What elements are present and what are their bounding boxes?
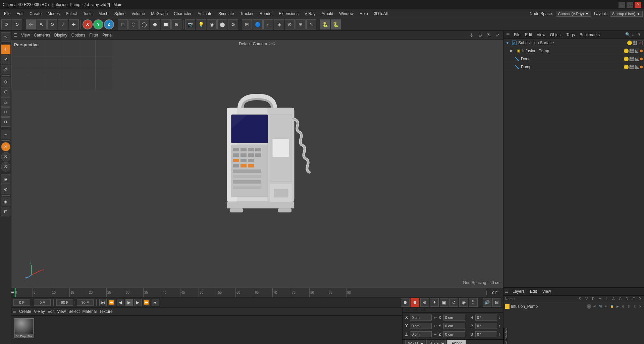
lm-anim-icon[interactable]: ▶ [615, 304, 620, 309]
om-tags[interactable]: Tags [565, 32, 577, 37]
sound-icon[interactable]: 🔊 [483, 298, 491, 307]
minimize-button[interactable]: — [619, 2, 625, 8]
axis-mode-button[interactable]: ⊕ [171, 19, 181, 29]
om-subdiv-expand-icon[interactable]: ▼ [505, 40, 510, 46]
om-door-check1[interactable] [629, 57, 634, 61]
coord-b-input[interactable] [475, 331, 497, 337]
lm-expr-icon[interactable]: E [632, 304, 637, 309]
menu-modes[interactable]: Modes [45, 11, 62, 17]
vt-cameras[interactable]: Cameras [34, 33, 50, 38]
om-pump-check2[interactable] [635, 65, 639, 69]
om-view[interactable]: View [535, 32, 547, 37]
viewport-move-icon[interactable]: ⊹ [468, 31, 475, 39]
material-thumb-0[interactable]: V_Drip_Sta [14, 318, 34, 338]
ls-move-tool[interactable]: ✛ [1, 45, 10, 54]
coord-h-input[interactable] [475, 315, 497, 321]
menu-select[interactable]: Select [63, 11, 79, 17]
om-row-door[interactable]: Door [503, 55, 644, 63]
timeline[interactable]: ☰ 0 5 10 15 20 25 30 35 40 45 50 55 60 6… [11, 288, 503, 297]
tools2-button[interactable]: ⊛ [285, 19, 295, 29]
mat-select[interactable]: Select [68, 309, 79, 314]
close-button[interactable]: ✕ [635, 2, 641, 8]
vt-panel[interactable]: Panel [102, 33, 113, 38]
menu-mograph[interactable]: MoGraph [148, 11, 170, 17]
loop-icon[interactable]: ↺ [449, 298, 458, 307]
timeline2-icon[interactable]: ⠿ [469, 298, 478, 307]
lm-visible-icon[interactable]: 👁 [592, 304, 597, 309]
settings-button[interactable]: ⚙ [228, 19, 238, 29]
undo-button[interactable]: ↺ [1, 19, 11, 29]
vt-options[interactable]: Options [71, 33, 85, 38]
node-space-dropdown[interactable]: Current (V-Ray) ▼ [556, 11, 591, 17]
auto-key-icon[interactable]: ⊕ [420, 298, 429, 307]
axis-y-button[interactable]: Y [93, 19, 103, 29]
viewport[interactable]: Perspective Default Camera ⚙⚙ X Y Z Grid… [11, 40, 503, 288]
axis-z-button[interactable]: Z [104, 19, 114, 29]
om-search-icon[interactable]: 🔍 [625, 32, 631, 38]
ls-rotate-tool[interactable]: ↻ [1, 65, 10, 74]
select-tool-button[interactable]: ↖ [37, 19, 47, 29]
menu-character[interactable]: Character [171, 11, 194, 17]
menu-window[interactable]: Window [336, 11, 356, 17]
om-bookmarks[interactable]: Bookmarks [578, 32, 602, 37]
snapping2-button[interactable]: ⟐ [263, 19, 273, 29]
menu-volume[interactable]: Volume [129, 11, 148, 17]
lm-row-infusion[interactable]: Infusion_Pump ○ 👁 📷 M 🔒 ▶ G D E X [503, 302, 644, 311]
render-button[interactable]: ⬤ [217, 19, 227, 29]
coord-mode-select[interactable]: Scale [426, 340, 446, 344]
prev-frame-button[interactable]: ◀ [117, 299, 124, 306]
ls-s2[interactable]: S [1, 152, 10, 161]
redo-button[interactable]: ↻ [12, 19, 22, 29]
menu-simulate[interactable]: Simulate [216, 11, 237, 17]
layout-dropdown[interactable]: Startup (User) ▼ [610, 11, 643, 17]
lm-view[interactable]: View [541, 289, 552, 294]
om-pump-check1[interactable] [629, 65, 634, 69]
start-frame-input[interactable] [13, 299, 30, 306]
om-infusion-expand-icon[interactable]: ▶ [509, 48, 514, 54]
menu-extensions[interactable]: Extensions [276, 11, 301, 17]
mat-texture[interactable]: Texture [99, 309, 112, 314]
mat-vray[interactable]: V-Ray [34, 309, 45, 314]
light-button[interactable]: 💡 [196, 19, 206, 29]
record-active-icon[interactable]: ⏺ [411, 298, 419, 307]
end-frame-input[interactable] [56, 299, 73, 306]
ls-obj1[interactable]: ◇ [1, 77, 10, 86]
coord-x-rot-input[interactable] [443, 315, 465, 321]
menu-tracker[interactable]: Tracker [237, 11, 256, 17]
lm-lock-icon[interactable]: 🔒 [609, 304, 614, 309]
viewport-rotate-icon[interactable]: ↻ [485, 31, 492, 39]
max-frame-input[interactable] [77, 299, 94, 306]
om-object[interactable]: Object [548, 32, 564, 37]
ls-magnet[interactable]: ◉ [1, 175, 10, 184]
step-back-button[interactable]: ⏪ [108, 299, 115, 306]
object-mode-button[interactable]: □ [118, 19, 128, 29]
om-subdiv-check1[interactable] [633, 41, 637, 45]
step-forward-button[interactable]: ⏩ [143, 299, 150, 306]
om-infusion-check2[interactable] [635, 49, 639, 53]
menu-file[interactable]: File [1, 11, 13, 17]
coord-z-rot-input[interactable] [443, 331, 465, 337]
pointer-button[interactable]: ↖ [306, 19, 316, 29]
transform-button[interactable]: ✚ [69, 19, 79, 29]
coord-z-pos-input[interactable] [410, 331, 432, 337]
scale-tool-button[interactable]: ⤢ [58, 19, 68, 29]
menu-tools[interactable]: Tools [80, 11, 95, 17]
mat-create[interactable]: Create [19, 309, 31, 314]
motion-icon[interactable]: ◉ [459, 298, 468, 307]
om-file[interactable]: File [512, 32, 522, 37]
lm-deform-icon[interactable]: D [627, 304, 631, 309]
lm-motion-icon[interactable]: M [604, 304, 608, 309]
current-frame-input[interactable] [34, 299, 51, 306]
ls-obj2[interactable]: ⬡ [1, 87, 10, 96]
om-star-icon[interactable]: ☆ [631, 32, 637, 38]
om-hamburger[interactable]: ☰ [505, 32, 511, 37]
tools3-button[interactable]: ⊞ [296, 19, 306, 29]
menu-render[interactable]: Render [257, 11, 275, 17]
coord-x-pos-input[interactable] [410, 315, 432, 321]
mat-hamburger[interactable]: ☰ [13, 309, 16, 314]
ls-misc2[interactable]: ⊟ [1, 207, 10, 216]
vt-display[interactable]: Display [54, 33, 67, 38]
ls-paint[interactable]: ⊛ [1, 185, 10, 194]
om-row-subdiv[interactable]: ▼ Subdivision Surface ✕ [503, 39, 644, 47]
vt-hamburger-icon[interactable]: ☰ [13, 33, 17, 38]
